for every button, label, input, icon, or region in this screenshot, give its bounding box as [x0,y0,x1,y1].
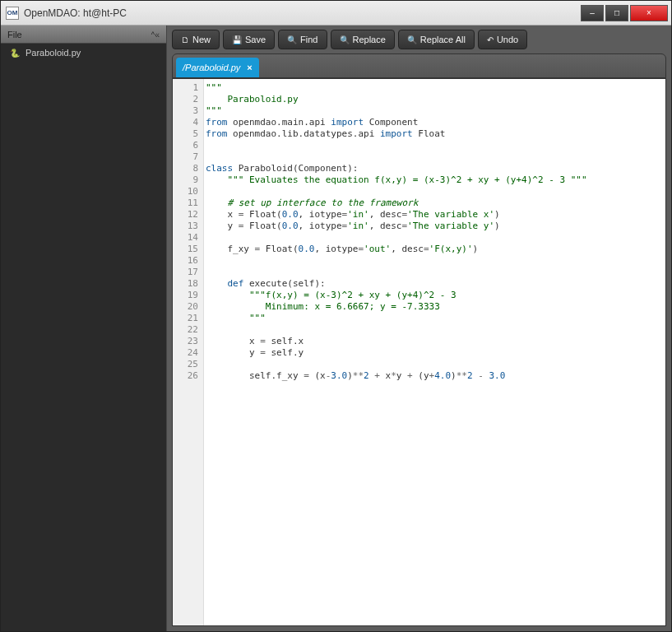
line-number: 6 [173,140,203,151]
line-number: 2 [173,94,203,105]
app-icon: OM [6,7,19,20]
line-number: 14 [173,232,203,244]
line-number: 23 [173,336,203,347]
line-number: 5 [173,128,203,140]
code-line[interactable]: """ [206,105,664,117]
sidebar-header-label: File [7,30,148,40]
search-icon: 🔍 [407,35,417,44]
code-line[interactable] [206,232,664,244]
search-icon: 🔍 [287,35,297,44]
app-window: OM OpenMDAO: ht@ht-PC – □ × File ^ « 🐍 P… [0,0,672,632]
code-line[interactable] [206,359,664,370]
search-icon: 🔍 [340,35,350,44]
minimize-button[interactable]: – [581,5,604,21]
editor-toolbar: 🗋New 💾Save 🔍Find 🔍Replace 🔍Replace All ↶… [167,26,671,53]
code-line[interactable]: f_xy = Float(0.0, iotype='out', desc='F(… [206,244,664,255]
line-number: 25 [173,359,203,370]
line-number: 11 [173,198,203,209]
code-line[interactable] [206,151,664,163]
save-icon: 💾 [232,35,242,44]
code-line[interactable]: self.f_xy = (x-3.0)**2 + x*y + (y+4.0)**… [206,370,664,382]
line-number: 19 [173,290,203,301]
code-line[interactable]: """ [206,82,664,94]
line-number: 7 [173,151,203,163]
code-line[interactable] [206,140,664,151]
code-line[interactable] [206,186,664,198]
editor-pane: 🗋New 💾Save 🔍Find 🔍Replace 🔍Replace All ↶… [167,26,671,631]
new-button[interactable]: 🗋New [172,30,220,49]
code-line[interactable]: # set up interface to the framework [206,198,664,209]
replace-all-button-label: Replace All [420,35,466,44]
code-line[interactable]: """ [206,313,664,324]
line-number: 16 [173,255,203,267]
line-number: 13 [173,221,203,232]
save-button[interactable]: 💾Save [223,30,275,49]
line-number: 10 [173,186,203,198]
line-number: 8 [173,163,203,174]
code-line[interactable]: x = Float(0.0, iotype='in', desc='The va… [206,209,664,221]
titlebar[interactable]: OM OpenMDAO: ht@ht-PC – □ × [1,1,671,26]
line-number: 26 [173,370,203,382]
find-button[interactable]: 🔍Find [278,30,327,49]
line-number: 17 [173,267,203,278]
code-line[interactable]: x = self.x [206,336,664,347]
file-item-paraboloid[interactable]: 🐍 Paraboloid.py [1,44,166,62]
new-file-icon: 🗋 [181,35,189,44]
tab-close-icon[interactable]: × [247,63,252,72]
code-line[interactable]: Minimum: x = 6.6667; y = -7.3333 [206,301,664,313]
line-number: 21 [173,313,203,324]
line-number: 4 [173,117,203,128]
maximize-button[interactable]: □ [605,5,628,21]
replace-all-button[interactable]: 🔍Replace All [398,30,475,49]
line-number: 1 [173,82,203,94]
file-item-label: Paraboloid.py [25,48,81,58]
code-line[interactable]: """f(x,y) = (x-3)^2 + xy + (y+4)^2 - 3 [206,290,664,301]
code-line[interactable] [206,267,664,278]
save-button-label: Save [245,35,266,44]
line-number: 18 [173,278,203,290]
code-line[interactable]: from openmdao.lib.datatypes.api import F… [206,128,664,140]
window-title: OpenMDAO: ht@ht-PC [24,7,579,19]
tab-bar: /Paraboloid.py × [172,53,666,78]
sidebar-header[interactable]: File ^ « [1,26,166,44]
code-editor[interactable]: 1234567891011121314151617181920212223242… [172,78,666,626]
code-line[interactable]: y = self.y [206,347,664,359]
collapse-icon[interactable]: « [155,30,160,40]
line-gutter: 1234567891011121314151617181920212223242… [173,79,204,625]
close-button[interactable]: × [630,5,668,21]
code-line[interactable]: y = Float(0.0, iotype='in', desc='The va… [206,221,664,232]
python-file-icon: 🐍 [9,47,21,58]
code-line[interactable] [206,255,664,267]
find-button-label: Find [300,35,317,44]
content-area: File ^ « 🐍 Paraboloid.py 🗋New 💾Save 🔍Fin… [1,26,671,631]
line-number: 24 [173,347,203,359]
window-buttons: – □ × [579,5,668,21]
line-number: 20 [173,301,203,313]
undo-icon: ↶ [487,35,494,44]
replace-button[interactable]: 🔍Replace [331,30,395,49]
replace-button-label: Replace [353,35,386,44]
code-line[interactable]: def execute(self): [206,278,664,290]
line-number: 12 [173,209,203,221]
code-line[interactable]: class Paraboloid(Component): [206,163,664,174]
code-line[interactable]: Paraboloid.py [206,94,664,105]
undo-button[interactable]: ↶Undo [478,30,527,49]
file-sidebar: File ^ « 🐍 Paraboloid.py [1,26,167,631]
line-number: 3 [173,105,203,117]
tab-label: /Paraboloid.py [183,63,240,72]
tab-paraboloid[interactable]: /Paraboloid.py × [176,58,259,77]
new-button-label: New [192,35,211,44]
code-area[interactable]: """ Paraboloid.py"""from openmdao.main.a… [204,79,665,625]
undo-button-label: Undo [497,35,518,44]
code-line[interactable] [206,324,664,336]
line-number: 9 [173,174,203,186]
line-number: 22 [173,324,203,336]
line-number: 15 [173,244,203,255]
code-line[interactable]: from openmdao.main.api import Component [206,117,664,128]
code-line[interactable]: """ Evaluates the equation f(x,y) = (x-3… [206,174,664,186]
